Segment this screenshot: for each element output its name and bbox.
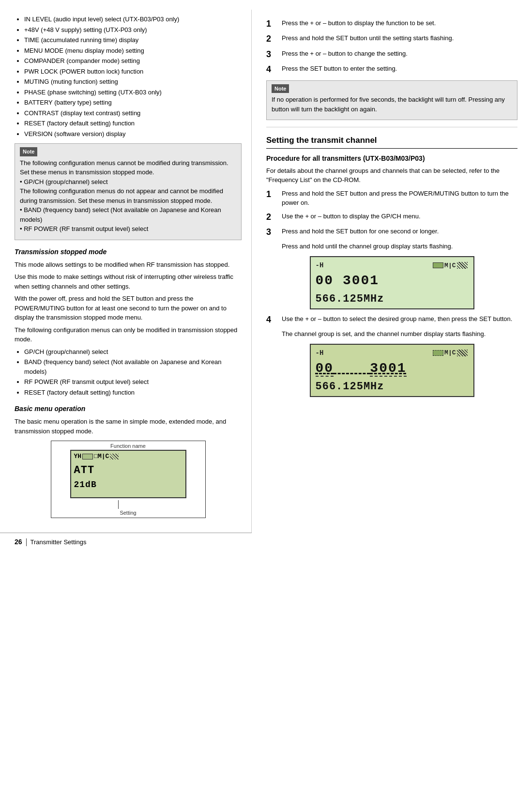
page-number: 26 [15, 537, 22, 547]
display1-mid: 00 3001 [311, 271, 473, 291]
ch-step-3-text: Press and hold the SET button for one se… [282, 227, 517, 236]
display1-neg-h: -H [316, 260, 324, 271]
list-item: GP/CH (group/channel) select [24, 347, 242, 357]
display2-bot: 566.125MHz [311, 379, 473, 395]
step-1: 1 Press the + or – button to display the… [266, 18, 517, 30]
ch-step-2-num: 2 [266, 212, 278, 223]
note-text-1: The following configuration menus cannot… [20, 158, 236, 234]
display-y-icon: Y [74, 452, 78, 461]
step-4-text: Press the SET button to enter the settin… [282, 64, 517, 74]
transmission-para-3: With the power off, press and hold the S… [15, 294, 242, 322]
step-4: 4 Press the SET button to enter the sett… [266, 64, 517, 75]
list-item: RESET (factory default setting) function [24, 119, 242, 128]
ch-step-4-text: Use the + or – button to select the desi… [282, 314, 517, 324]
step-3-text: Press the + or – button to change the se… [282, 49, 517, 59]
note-label-2: Note [272, 84, 289, 93]
list-item: MENU MODE (menu display mode) setting [24, 46, 242, 56]
channel-intro: For details about the channel groups and… [266, 166, 517, 185]
step-3-num: 3 [266, 49, 278, 60]
display-h-icon: H [77, 452, 81, 461]
ch-step-1-num: 1 [266, 189, 278, 200]
display1-rect [433, 262, 443, 268]
channel-step-1: 1 Press and hold the SET button and pres… [266, 189, 517, 208]
display2-neg-h: -H [316, 348, 324, 358]
transmission-para-1: This mode allows settings to be modified… [15, 260, 242, 270]
list-item: MUTING (muting function) setting [24, 77, 242, 87]
list-item: RF POWER (RF transmit output level) sele… [24, 377, 242, 387]
display1-m: M [444, 261, 448, 271]
display-c-icon: C [106, 452, 109, 461]
display-bar-icon: | [102, 452, 106, 461]
display2-mid-ch: 3001 [370, 361, 406, 377]
display1-bar: | [448, 261, 452, 271]
transmission-stopped-title: Transmission stopped mode [15, 247, 242, 257]
note-box-2: Note If no operation is performed for fi… [266, 80, 517, 121]
display-rect-icon [82, 454, 93, 459]
channel-display-1: -H M | C 00 3001 566.125MHz [310, 256, 474, 309]
step-1-text: Press the + or – button to display the f… [282, 18, 517, 28]
step-1-num: 1 [266, 18, 278, 30]
note-box-1: Note The following configuration menus c… [15, 143, 242, 240]
display2-mid-num: 00 [316, 361, 334, 377]
transmission-para-4: The following configuration menus can on… [15, 325, 242, 344]
ch-step-2-text: Use the + or – button to display the GP/… [282, 212, 517, 221]
step-2-text: Press and hold the SET button until the … [282, 33, 517, 43]
diagram-line-bot [118, 500, 119, 509]
list-item: COMPANDER (compander mode) setting [24, 56, 242, 66]
list-item: IN LEVEL (audio input level) select (UTX… [24, 15, 242, 24]
display1-hatch [457, 262, 468, 269]
right-column: 1 Press the + or – button to display the… [252, 10, 532, 811]
step-2-num: 2 [266, 33, 278, 45]
channel-display-2: -H M | C 00 3001 566.125MHz [310, 344, 474, 397]
step-4-num: 4 [266, 64, 278, 75]
ch-step-4-num: 4 [266, 314, 278, 325]
display2-bar: | [448, 348, 452, 358]
display2-m: M [444, 348, 448, 358]
ch-step-3-num: 3 [266, 227, 278, 238]
ch-step-1-text: Press and hold the SET button and press … [282, 189, 517, 208]
display2-rect [433, 350, 443, 356]
list-item: +48V (+48 V supply) setting (UTX-P03 onl… [24, 25, 242, 35]
feature-list: IN LEVEL (audio input level) select (UTX… [15, 15, 242, 138]
menu-diagram-box: Function name Y H □ M | C ATT 21dB [51, 441, 206, 518]
channel-step-4: 4 Use the + or – button to select the de… [266, 314, 517, 325]
list-item: BAND (frequency band) select (Not availa… [24, 357, 242, 376]
display2-top-row: -H M | C [311, 346, 473, 358]
menu-display: Y H □ M | C ATT 21dB [70, 450, 186, 498]
separator [266, 127, 517, 127]
menu-display-att: ATT [71, 462, 185, 478]
basic-steps: 1 Press the + or – button to display the… [266, 18, 517, 76]
basic-menu-title: Basic menu operation [15, 404, 242, 414]
transmission-para-2: Use this mode to make settings without r… [15, 272, 242, 291]
setting-transmit-channel-title: Setting the transmit channel [266, 134, 517, 149]
diagram-label-top: Function name [110, 442, 146, 450]
list-item: VERSION (software version) display [24, 129, 242, 139]
footer-text: Transmitter Settings [30, 537, 87, 547]
list-item: BATTERY (battery type) setting [24, 98, 242, 107]
transmission-stopped-list: GP/CH (group/channel) select BAND (frequ… [15, 347, 242, 398]
display2-mid: 00 3001 [311, 358, 473, 379]
channel-step-3: 3 Press and hold the SET button for one … [266, 227, 517, 238]
menu-display-top-row: Y H □ M | C [71, 451, 185, 462]
basic-menu-text: The basic menu operation is the same in … [15, 417, 242, 436]
ch-step-4-sub: The channel group is set, and the channe… [282, 329, 517, 339]
channel-steps: 1 Press and hold the SET button and pres… [266, 189, 517, 397]
list-item: CONTRAST (display text contrast) setting [24, 108, 242, 118]
display2-hatch [457, 350, 468, 356]
list-item: TIME (accumulated running time) display [24, 35, 242, 45]
display1-c: C [452, 261, 456, 271]
diagram-label-bot: Setting [120, 509, 136, 517]
list-item: PHASE (phase switching) setting (UTX-B03… [24, 88, 242, 97]
step-3: 3 Press the + or – button to change the … [266, 49, 517, 60]
display1-bot: 566.125MHz [311, 291, 473, 307]
note-label-1: Note [20, 147, 37, 156]
ch-step-3-sub: Press and hold until the channel group d… [282, 242, 517, 251]
menu-display-21db: 21dB [71, 478, 185, 491]
step-2: 2 Press and hold the SET button until th… [266, 33, 517, 45]
display2-c: C [452, 348, 456, 358]
list-item: PWR LOCK (POWER button lock) function [24, 67, 242, 77]
display-hatch-icon [110, 454, 119, 459]
footer-separator [26, 538, 27, 546]
display-m-icon: M [98, 452, 102, 461]
note-text-2: If no operation is performed for five se… [272, 95, 512, 114]
